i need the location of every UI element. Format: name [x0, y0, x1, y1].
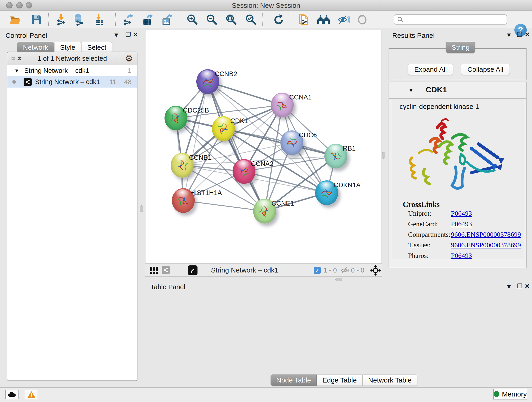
- results-entry-header[interactable]: ▼ CDK1: [389, 82, 526, 99]
- float-panel-icon[interactable]: ❒: [125, 32, 131, 38]
- network-label: String Network – cdk1: [35, 78, 100, 86]
- node-label-ccnb1: CCNB1: [189, 154, 211, 161]
- hide-selected-button[interactable]: [337, 13, 350, 26]
- grid-view-icon[interactable]: [150, 267, 158, 274]
- memory-button[interactable]: Memory: [493, 389, 527, 400]
- float-panel-icon[interactable]: ❒: [517, 283, 522, 289]
- crosslink-link[interactable]: P06493: [451, 252, 472, 259]
- crosslink-row: Pharos: P06493: [391, 252, 525, 259]
- crosslink-label: Pharos:: [408, 252, 429, 259]
- gear-icon[interactable]: ⚙: [125, 53, 133, 64]
- close-panel-icon[interactable]: ✕: [525, 32, 530, 38]
- import-table-button[interactable]: [93, 13, 106, 26]
- table-panel-title: Table Panel: [151, 283, 185, 291]
- footer-separator: [178, 265, 178, 275]
- tab-string[interactable]: String: [446, 42, 475, 53]
- tab-node-table[interactable]: Node Table: [271, 375, 317, 386]
- export-network-button[interactable]: [121, 13, 135, 26]
- warning-button[interactable]: [25, 390, 38, 399]
- show-all-button[interactable]: [355, 13, 369, 26]
- tab-network-table[interactable]: Network Table: [362, 375, 418, 386]
- tab-select[interactable]: Select: [82, 42, 112, 53]
- export-image-icon: [162, 14, 172, 26]
- zoom-in-button[interactable]: [186, 13, 199, 26]
- save-session-button[interactable]: [30, 13, 43, 26]
- selected-checkbox-icon[interactable]: ✓: [314, 267, 321, 274]
- node-count: 11: [109, 78, 116, 86]
- vertical-splitter-handle[interactable]: [382, 152, 385, 159]
- crosslinks-list: Uniprot: P06493GeneCard: P06493Compartme…: [391, 210, 525, 259]
- close-panel-icon[interactable]: ✕: [525, 283, 530, 289]
- memory-label: Memory: [502, 390, 527, 398]
- network-row[interactable]: String Network – cdk1 11 48: [7, 76, 137, 88]
- edge-count: 48: [124, 78, 132, 86]
- crosslink-row: Tissues: 9606.ENSP00000378699: [391, 241, 525, 252]
- collapse-panel-icon[interactable]: ▼: [506, 284, 512, 290]
- search-field[interactable]: [394, 14, 507, 25]
- node-gloss: [257, 200, 271, 209]
- collapse-all-button[interactable]: Collapse All: [461, 64, 510, 75]
- import-network-icon: [56, 14, 67, 26]
- home-networks-button[interactable]: [317, 13, 330, 26]
- refresh-layout-button[interactable]: [272, 13, 285, 26]
- entry-expander-icon[interactable]: ▼: [408, 87, 414, 94]
- control-panel: Control Panel ▼ ❒ ✕ NetworkStyleSelectSe…: [2, 29, 137, 382]
- birdseye-view-icon[interactable]: [188, 265, 197, 275]
- expand-all-button[interactable]: Expand All: [408, 64, 453, 75]
- open-folder-icon: [9, 15, 22, 25]
- crosslink-link[interactable]: P06493: [451, 210, 472, 217]
- zoom-out-button[interactable]: [205, 13, 219, 26]
- node-label-cdc25b: CDC25B: [183, 107, 209, 114]
- results-entry-content: cyclin-dependent kinase 1: [391, 99, 525, 259]
- node-gloss: [284, 132, 298, 140]
- vertical-splitter-handle[interactable]: [140, 205, 143, 212]
- network-nodes-layer: CCNB2 CCNA1 CDC25B CDK1: [146, 30, 381, 263]
- search-input[interactable]: [405, 16, 502, 23]
- open-session-button[interactable]: [9, 13, 22, 26]
- results-entry-box: ▼ CDK1 cyclin-dependent kinase 1: [389, 82, 526, 268]
- refresh-icon: [273, 14, 284, 26]
- close-panel-icon[interactable]: ✕: [133, 32, 138, 38]
- tab-network[interactable]: Network: [17, 42, 54, 53]
- gene-name: CDK1: [426, 85, 447, 94]
- move-crosshair-icon[interactable]: [370, 265, 381, 276]
- selected-count: 1 - 0: [323, 267, 337, 274]
- footer-separator: [338, 265, 338, 275]
- share-document-button[interactable]: [297, 13, 310, 26]
- crosslink-row: Uniprot: P06493: [391, 210, 525, 220]
- collection-expander-icon[interactable]: ▼: [14, 68, 19, 74]
- crosslink-link[interactable]: 9606.ENSP00000378699: [451, 241, 521, 249]
- tab-edge-table[interactable]: Edge Table: [317, 375, 362, 386]
- expand-all-label: Expand All: [414, 65, 447, 73]
- protein-thumbnail: [265, 88, 299, 122]
- share-view-icon[interactable]: [162, 266, 170, 274]
- import-network-file-button[interactable]: [55, 13, 68, 26]
- node-label-cdkn1a: CDKN1A: [334, 181, 361, 189]
- export-network-icon: [122, 14, 134, 26]
- zoom-fit-button[interactable]: [225, 13, 238, 26]
- warning-icon: [27, 391, 36, 398]
- export-image-button[interactable]: [160, 13, 174, 26]
- node-gloss: [200, 70, 214, 79]
- network-collection-row[interactable]: ▼ String Network – cdk1 1: [7, 65, 137, 76]
- crosslinks-title: CrossLinks: [403, 200, 440, 209]
- toolbar-separator: [179, 13, 179, 26]
- export-table-button[interactable]: [141, 13, 154, 26]
- zoom-selected-button[interactable]: [244, 13, 258, 26]
- cloud-button[interactable]: [5, 390, 19, 399]
- crosslink-link[interactable]: 9606.ENSP00000378699: [451, 230, 521, 238]
- collapse-panel-icon[interactable]: ▼: [506, 32, 512, 38]
- control-panel-title: Control Panel: [6, 32, 47, 39]
- float-panel-icon[interactable]: ❒: [517, 32, 522, 38]
- network-canvas[interactable]: CCNB2 CCNA1 CDC25B CDK1: [145, 30, 382, 264]
- toolbar-separator: [262, 13, 263, 26]
- crosslink-link[interactable]: P06493: [451, 220, 472, 228]
- table-panel: Table Panel ▼ ❒ ✕ ⚙ f(x): [148, 281, 532, 383]
- hidden-eye-slash-icon[interactable]: [341, 267, 349, 274]
- cytoscape-window: Session: New Session: [0, 0, 532, 402]
- tab-style[interactable]: Style: [54, 42, 81, 53]
- zoom-fit-icon: [225, 14, 237, 26]
- horizontal-splitter-handle[interactable]: [336, 278, 342, 281]
- collapse-panel-icon[interactable]: ▼: [113, 32, 119, 38]
- import-network-database-button[interactable]: [72, 13, 85, 26]
